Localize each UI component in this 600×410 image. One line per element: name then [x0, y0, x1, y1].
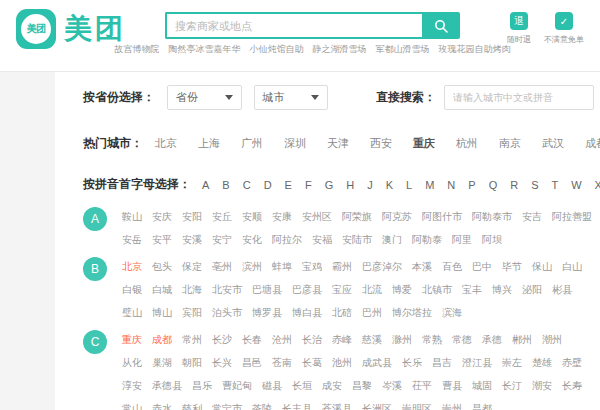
city-link[interactable]: 亳州 — [212, 260, 232, 274]
city-link[interactable]: 崇明区 — [402, 402, 432, 410]
hot-city-link[interactable]: 广州 — [241, 136, 263, 151]
city-link[interactable]: 阿图什市 — [422, 210, 462, 224]
city-link[interactable]: 曹妃甸 — [222, 379, 252, 393]
city-link[interactable]: 慈溪 — [362, 333, 382, 347]
city-link[interactable]: 安丘 — [212, 210, 232, 224]
city-link[interactable]: 池州 — [332, 356, 352, 370]
pinyin-letter-link[interactable]: L — [406, 179, 412, 191]
city-link[interactable]: 阿拉尔 — [272, 233, 302, 247]
pinyin-letter-link[interactable]: Q — [489, 179, 498, 191]
city-link[interactable]: 白城 — [152, 283, 172, 297]
city-link[interactable]: 安溪 — [182, 233, 202, 247]
city-link[interactable]: 阿克苏 — [382, 210, 412, 224]
city-link[interactable]: 长洲区 — [362, 402, 392, 410]
city-link[interactable]: 成都 — [152, 333, 172, 347]
city-link[interactable]: 安庆 — [152, 210, 172, 224]
city-link[interactable]: 泊头市 — [212, 306, 242, 320]
hot-city-link[interactable]: 上海 — [198, 136, 220, 151]
city-link[interactable]: 成武县 — [362, 356, 392, 370]
city-link[interactable]: 承德县 — [152, 379, 182, 393]
city-link[interactable]: 毕节 — [502, 260, 522, 274]
city-link[interactable]: 阿勒泰 — [412, 233, 442, 247]
city-link[interactable]: 淳安 — [122, 379, 142, 393]
trust-badge[interactable]: ✓不满意免单 — [544, 12, 584, 45]
city-link[interactable]: 长沙 — [212, 333, 232, 347]
pinyin-letter-link[interactable]: E — [285, 179, 292, 191]
hot-search-word[interactable]: 陶然亭冰雪嘉年华 — [169, 43, 241, 56]
pinyin-letter-link[interactable]: M — [425, 179, 434, 191]
city-link[interactable]: 赤峰 — [332, 333, 352, 347]
city-link[interactable]: 泌阳 — [522, 283, 542, 297]
city-link[interactable]: 北海 — [182, 283, 202, 297]
pinyin-letter-link[interactable]: K — [386, 179, 393, 191]
search-input[interactable] — [165, 12, 422, 39]
city-link[interactable]: 苍南 — [272, 356, 292, 370]
hot-city-link[interactable]: 杭州 — [456, 136, 478, 151]
city-link[interactable]: 博山 — [152, 306, 172, 320]
pinyin-letter-link[interactable]: G — [325, 179, 334, 191]
city-link[interactable]: 楚雄 — [532, 356, 552, 370]
city-link[interactable]: 保山 — [532, 260, 552, 274]
city-link[interactable]: 白山 — [562, 260, 582, 274]
city-link[interactable]: 北碚 — [332, 306, 352, 320]
city-link[interactable]: 昌吉 — [432, 356, 452, 370]
city-link[interactable]: 安化 — [242, 233, 262, 247]
city-link[interactable]: 安州区 — [302, 210, 332, 224]
city-link[interactable]: 崇州 — [442, 402, 462, 410]
city-link[interactable]: 巢湖 — [152, 356, 172, 370]
city-link[interactable]: 阿勒泰市 — [472, 210, 512, 224]
city-link[interactable]: 长汀 — [502, 379, 522, 393]
hot-search-word[interactable]: 静之湖滑雪场 — [313, 43, 367, 56]
city-link[interactable]: 北安市 — [212, 283, 242, 297]
city-link[interactable]: 成安 — [322, 379, 342, 393]
city-link[interactable]: 城固 — [472, 379, 492, 393]
hot-search-word[interactable]: 故宫博物院 — [115, 43, 160, 56]
city-link[interactable]: 巴中 — [472, 260, 492, 274]
city-link[interactable]: 慈利 — [182, 402, 202, 410]
hot-city-link[interactable]: 武汉 — [542, 136, 564, 151]
city-link[interactable]: 博罗县 — [252, 306, 282, 320]
city-select[interactable]: 城市 — [254, 85, 329, 110]
city-link[interactable]: 博尔塔拉 — [392, 306, 432, 320]
city-link[interactable]: 长垣 — [292, 379, 312, 393]
city-link[interactable]: 安阳 — [182, 210, 202, 224]
city-link[interactable]: 博白县 — [292, 306, 322, 320]
city-link[interactable]: 常德 — [452, 333, 472, 347]
city-link[interactable]: 百色 — [442, 260, 462, 274]
pinyin-letter-link[interactable]: B — [222, 179, 229, 191]
city-link[interactable]: 安平 — [152, 233, 172, 247]
city-link[interactable]: 长丰县 — [282, 402, 312, 410]
city-link[interactable]: 赤壁 — [562, 356, 582, 370]
city-link[interactable]: 霸州 — [332, 260, 352, 274]
pinyin-letter-link[interactable]: W — [571, 179, 581, 191]
pinyin-letter-link[interactable]: N — [447, 179, 455, 191]
city-link[interactable]: 北流 — [362, 283, 382, 297]
city-link[interactable]: 承德 — [482, 333, 502, 347]
city-link[interactable]: 朝阳 — [182, 356, 202, 370]
city-link[interactable]: 鞍山 — [122, 210, 142, 224]
pinyin-letter-link[interactable]: D — [264, 179, 272, 191]
city-link[interactable]: 茌平 — [412, 379, 432, 393]
hot-city-link[interactable]: 北京 — [155, 136, 177, 151]
city-link[interactable]: 安福 — [312, 233, 332, 247]
city-link[interactable]: 常州 — [182, 333, 202, 347]
city-link[interactable]: 长兴 — [212, 356, 232, 370]
city-link[interactable]: 长葛 — [302, 356, 322, 370]
pinyin-letter-link[interactable]: F — [305, 179, 312, 191]
city-link[interactable]: 阿坝 — [482, 233, 502, 247]
hot-search-word[interactable]: 军都山滑雪场 — [376, 43, 430, 56]
hot-city-link[interactable]: 西安 — [370, 136, 392, 151]
city-link[interactable]: 巴州 — [362, 306, 382, 320]
pinyin-letter-link[interactable]: X — [595, 179, 600, 191]
city-link[interactable]: 博爱 — [392, 283, 412, 297]
city-link[interactable]: 潮安 — [532, 379, 552, 393]
city-link[interactable]: 曹县 — [442, 379, 462, 393]
city-link[interactable]: 北镇市 — [422, 283, 452, 297]
city-link[interactable]: 磁县 — [262, 379, 282, 393]
pinyin-letter-link[interactable]: T — [551, 179, 558, 191]
city-link[interactable]: 赤水 — [152, 402, 172, 410]
city-link[interactable]: 昌邑 — [242, 356, 262, 370]
pinyin-letter-link[interactable]: C — [243, 179, 251, 191]
city-link[interactable]: 璧山 — [122, 306, 142, 320]
city-link[interactable]: 常熟 — [422, 333, 442, 347]
